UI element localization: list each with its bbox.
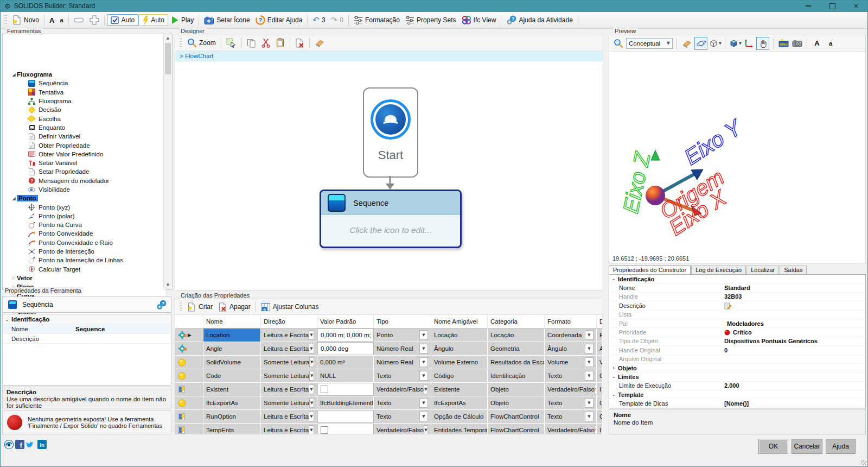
tab-propriedades-construtor[interactable]: Propriedades do Construtor xyxy=(609,266,691,275)
chevron-down-icon[interactable]: ⌄ xyxy=(609,276,618,281)
tree-scrollbar[interactable]: ▲ ▼ xyxy=(163,34,172,289)
row-icon-cell[interactable] xyxy=(175,424,203,434)
scroll-thumb[interactable] xyxy=(165,43,171,74)
row-icon-cell[interactable] xyxy=(175,383,203,396)
property-row[interactable]: Handle32B03 xyxy=(609,293,865,301)
type-cell[interactable]: Verdadeiro/Falso▼ xyxy=(374,424,431,434)
preview-zoom-button[interactable] xyxy=(612,37,624,49)
preview-font-increase[interactable]: A xyxy=(811,37,823,49)
direction-cell[interactable]: Leitura e Escrita▼ xyxy=(261,342,317,355)
tree-item[interactable]: Ponto de Interseção xyxy=(5,247,165,256)
tree-item[interactable]: Ponto Convexidade xyxy=(5,229,165,238)
orbit-button[interactable] xyxy=(694,37,707,50)
collapse-shape-button[interactable] xyxy=(71,14,87,27)
tree-group[interactable]: ◢Fluxograma xyxy=(5,70,165,79)
default-value-cell[interactable]: IfcBuildingElementProxy xyxy=(317,396,374,409)
property-name-cell[interactable]: Angle xyxy=(203,342,261,355)
dropdown-arrow-icon[interactable]: ▼ xyxy=(585,371,593,381)
dropdown-arrow-icon[interactable]: ▼ xyxy=(585,412,593,421)
row-icon-cell[interactable] xyxy=(175,369,203,382)
cut-button[interactable] xyxy=(259,36,273,49)
dropdown-arrow-icon[interactable]: ▼ xyxy=(419,398,428,408)
property-value[interactable]: Modeladores xyxy=(724,320,865,327)
default-value-cell[interactable]: 0,000 deg xyxy=(317,342,374,355)
category-cell[interactable]: Locação xyxy=(488,329,545,342)
category-cell[interactable]: FlowChartControl xyxy=(488,424,545,434)
editar-ajuda-button[interactable]: ? Editar Ajuda xyxy=(253,14,305,27)
clear-button[interactable] xyxy=(312,36,327,49)
dropdown-arrow-icon[interactable]: ▼ xyxy=(419,344,428,354)
zoom-button[interactable]: Zoom xyxy=(184,36,219,49)
property-value[interactable] xyxy=(724,302,865,310)
table-row[interactable]: IfcExportAsSomente Leitura▼IfcBuildingEl… xyxy=(175,396,603,410)
solidos-logo-icon[interactable] xyxy=(4,440,14,449)
column-header[interactable]: D xyxy=(597,315,603,328)
table-row[interactable]: AngleLeitura e Escrita▼0,000 degNúmero R… xyxy=(175,342,603,356)
tree-item[interactable]: Obter Propriedade xyxy=(5,141,165,149)
sequence-node-icon[interactable] xyxy=(328,194,346,212)
direction-cell[interactable]: Somente Leitura▼ xyxy=(261,356,317,369)
property-row[interactable]: Lista xyxy=(609,311,865,319)
chevron-down-icon[interactable]: ⌄ xyxy=(609,392,618,397)
property-row[interactable]: Template de Dicas[Nome()] xyxy=(609,399,865,408)
redo-button[interactable]: ↷ 0 xyxy=(328,14,346,27)
dropdown-arrow-icon[interactable]: ▼ xyxy=(309,412,314,421)
format-cell[interactable]: Volume▼ xyxy=(545,356,597,369)
view-cube-button[interactable]: ▼ xyxy=(709,37,721,49)
dropdown-arrow-icon[interactable]: ▼ xyxy=(419,371,428,381)
preview-viewport[interactable]: Eixo Z Eixo Y Origem Eixo X 19.6512 ; -1… xyxy=(609,52,865,263)
tool-props-group[interactable]: ⌄ Identificação xyxy=(3,314,171,324)
paste-button[interactable] xyxy=(273,36,288,49)
breadcrumb[interactable]: > FlowChart xyxy=(175,51,603,61)
category-cell[interactable]: Geometria xyxy=(488,342,545,355)
dropdown-arrow-icon[interactable]: ▼ xyxy=(585,330,593,340)
preview-clear-button[interactable] xyxy=(681,37,693,49)
default-value-cell[interactable]: 0,000 m³ xyxy=(317,356,374,369)
friendly-name-cell[interactable]: Opção de Cálculo xyxy=(431,410,488,423)
property-row[interactable]: Descrição xyxy=(609,301,865,310)
property-row[interactable]: Arquivo Original xyxy=(609,355,865,364)
novo-button[interactable]: Novo xyxy=(9,14,42,27)
tree-item[interactable]: Ponto (xyz) xyxy=(5,203,165,211)
expand-shape-button[interactable] xyxy=(87,14,102,27)
direction-cell[interactable]: Somente Leitura▼ xyxy=(261,396,317,409)
dropdown-arrow-icon[interactable]: ▼ xyxy=(585,357,593,367)
render-style-button[interactable]: ▼ xyxy=(729,37,741,49)
tree-item[interactable]: Decisão xyxy=(5,105,165,114)
property-value[interactable]: 0 xyxy=(724,347,865,354)
facebook-icon[interactable]: f xyxy=(15,440,24,449)
dropdown-arrow-icon[interactable]: ▼ xyxy=(309,384,314,394)
property-row[interactable]: Limite de Execução2.000 xyxy=(609,382,865,390)
column-header[interactable]: Tipo xyxy=(374,315,431,328)
sequence-node-header[interactable]: Sequence xyxy=(321,191,460,215)
type-cell[interactable]: Texto▼ xyxy=(374,410,431,423)
tree-item[interactable]: Tentativa xyxy=(5,88,165,97)
property-group-row[interactable]: ⌄Template xyxy=(609,390,865,399)
direction-cell[interactable]: Leitura e Escrita▼ xyxy=(261,383,317,396)
play-button[interactable]: Play xyxy=(168,14,196,26)
snapshot-button[interactable] xyxy=(791,37,803,49)
row-icon-cell[interactable] xyxy=(175,396,203,409)
tree-item[interactable]: Obter Valor Predefinido xyxy=(5,150,165,159)
format-cell[interactable]: Texto▼ xyxy=(545,396,597,409)
render-mode-select[interactable]: Conceptual ▼ xyxy=(626,38,673,49)
format-cell[interactable]: Verdadeiro/Falso▼ xyxy=(545,424,597,434)
format-cell[interactable]: Texto▼ xyxy=(545,369,597,382)
tree-item[interactable]: Visibilidade xyxy=(5,185,165,194)
start-node[interactable]: Start xyxy=(363,87,418,178)
default-value-cell[interactable]: 0,000 m; 0,000 m; 0,0... xyxy=(317,329,374,342)
delete-button[interactable] xyxy=(292,37,307,49)
tool-prop-row[interactable]: Nome Sequence xyxy=(3,324,171,334)
type-cell[interactable]: Texto▼ xyxy=(374,369,431,382)
friendly-name-cell[interactable]: IfcExportAs xyxy=(431,396,488,409)
flowchart-canvas[interactable]: Start Sequence Click the icon to edit... xyxy=(175,61,603,291)
tree-item[interactable]: Ponto (polar) xyxy=(5,212,165,220)
category-cell[interactable]: Identificação xyxy=(488,369,545,382)
minimize-button[interactable] xyxy=(796,0,820,12)
category-cell[interactable]: Resultados da Escava... xyxy=(488,356,545,369)
friendly-name-cell[interactable]: Ângulo xyxy=(431,342,488,355)
property-name-cell[interactable]: RunOption xyxy=(203,410,261,423)
default-value-cell[interactable] xyxy=(317,383,374,396)
tree-collapsed-icon[interactable]: ▷ xyxy=(11,275,17,280)
tree-group[interactable]: ◢Ponto xyxy=(5,194,165,203)
